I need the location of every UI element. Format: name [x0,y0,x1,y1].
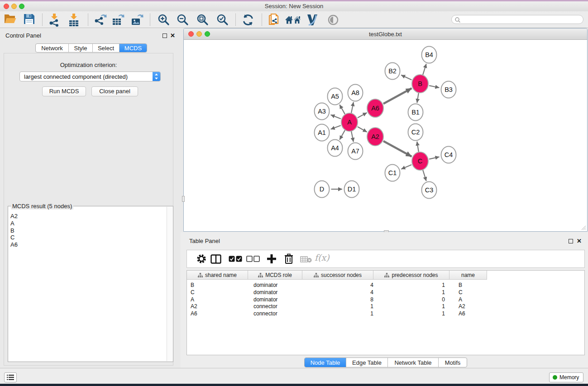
memory-button[interactable]: Memory [549,372,583,382]
delete-icon[interactable] [284,253,293,266]
splitter-handle-left[interactable] [182,196,185,202]
float-panel-icon[interactable] [163,33,167,38]
graph-node[interactable]: B1 [408,104,423,121]
column-header-name[interactable]: name [449,271,487,280]
result-item[interactable]: A2 [10,213,18,220]
tab-motifs[interactable]: Motifs [439,358,467,367]
graph-edge[interactable] [331,115,341,119]
zoom-fit-icon[interactable] [196,13,210,26]
eye-icon[interactable] [326,13,340,26]
graph-edge[interactable] [423,170,426,181]
graph-edge[interactable] [401,165,411,169]
network-window-titlebar[interactable]: testGlobe.txt [184,29,587,40]
tab-select[interactable]: Select [93,44,120,52]
column-header-shared-name[interactable]: shared name [187,271,248,280]
tab-style[interactable]: Style [69,44,93,52]
table-row[interactable]: A2connector11A2 [187,303,584,310]
network-file-icon[interactable] [267,13,281,26]
column-header-successor-nodes[interactable]: successor nodes [302,271,373,280]
graph-edge[interactable] [423,64,426,75]
close-window-button[interactable] [4,4,9,9]
graph-node[interactable]: D1 [344,181,359,198]
export-table-icon[interactable] [111,13,125,26]
result-item[interactable]: A6 [10,241,18,248]
optimization-dropdown[interactable]: largest connected component (directed) [19,71,161,81]
minimize-window-button[interactable] [11,4,17,9]
zoom-selected-icon[interactable] [216,13,229,26]
tab-network[interactable]: Network [36,44,69,52]
refresh-icon[interactable] [241,13,255,26]
tab-mcds[interactable]: MCDS [120,44,147,52]
table-row[interactable]: Cdominator41C [187,289,584,296]
graph-node[interactable]: A5 [328,88,343,105]
table-row[interactable]: A6connector11A6 [187,310,584,318]
graph-edge[interactable] [401,75,411,80]
resize-grip-icon[interactable] [581,225,586,230]
tab-node-table[interactable]: Node Table [305,358,346,367]
zoom-out-icon[interactable] [176,13,190,26]
graph-edge[interactable] [383,88,412,104]
log-console-button[interactable] [4,372,17,382]
export-image-icon[interactable] [130,13,144,26]
result-item[interactable]: B [10,227,18,234]
close-panel-icon[interactable]: ✕ [170,32,175,39]
column-header-MCDS-role[interactable]: MCDS role [248,271,302,280]
home-icon[interactable] [285,13,301,26]
graph-edge[interactable] [339,105,345,114]
vizmapper-icon[interactable] [305,13,320,26]
graph-node[interactable]: B4 [422,47,437,63]
graph-edge[interactable] [429,157,439,159]
import-table-icon[interactable] [67,13,81,26]
graph-node[interactable]: A3 [315,103,330,120]
function-icon[interactable]: f(x) [315,253,330,262]
tab-edge-table[interactable]: Edge Table [346,358,388,367]
zoom-window-button[interactable] [19,4,24,9]
graph-node[interactable]: D [315,181,330,198]
graph-node[interactable]: A8 [348,85,363,101]
graph-node-mcds[interactable]: B [412,75,428,93]
graph-node[interactable]: B3 [441,81,456,98]
graph-edge[interactable] [429,86,439,88]
graph-edge[interactable] [351,131,354,142]
table-row[interactable]: Bdominator41B [187,282,584,289]
select-all-icon[interactable] [229,256,242,264]
network-close-button[interactable] [188,31,194,37]
run-mcds-button[interactable]: Run MCDS [42,86,86,96]
split-columns-icon[interactable] [210,254,221,266]
zoom-in-icon[interactable] [157,13,171,26]
import-network-icon[interactable] [48,13,61,26]
table-float-icon[interactable] [569,239,573,243]
main-titlebar[interactable]: Session: New Session [0,1,588,11]
result-scrollbar[interactable] [167,207,172,361]
graph-node-mcds[interactable]: A [341,113,358,131]
gear-icon[interactable] [196,253,207,266]
column-header-predecessor-nodes[interactable]: predecessor nodes [373,271,449,280]
graph-node-mcds[interactable]: C [412,152,428,170]
graph-node-mcds[interactable]: A2 [367,128,383,146]
table-close-icon[interactable]: ✕ [577,238,582,244]
graph-node[interactable]: B2 [385,63,400,80]
graph-edge[interactable] [358,127,367,132]
graph-node[interactable]: C4 [441,147,456,163]
graph-node-mcds[interactable]: A6 [367,99,383,117]
graph-edge[interactable] [383,141,412,157]
graph-edge[interactable] [351,102,354,113]
deselect-all-icon[interactable] [246,256,260,264]
network-minimize-button[interactable] [196,31,202,37]
table-row[interactable]: Adominator80A [187,296,584,304]
graph-edge[interactable] [339,130,345,140]
network-graph[interactable]: B4B2BB3A8A5A6B1A3AC2A1A2A4A7C4CC1C3DD1 [184,40,588,232]
tab-network-table[interactable]: Network Table [388,358,439,367]
save-icon[interactable] [23,13,35,26]
delete-table-icon[interactable] [300,256,312,265]
graph-node[interactable]: A4 [328,140,343,157]
close-panel-button[interactable]: Close panel [91,86,138,96]
open-folder-icon[interactable] [4,13,17,26]
graph-edge[interactable] [358,113,367,118]
graph-edge[interactable] [417,142,419,152]
graph-node[interactable]: C1 [385,165,400,181]
search-input[interactable] [451,15,583,24]
graph-node[interactable]: A7 [348,143,363,160]
graph-node[interactable]: C2 [408,124,423,141]
export-network-icon[interactable] [94,13,107,26]
